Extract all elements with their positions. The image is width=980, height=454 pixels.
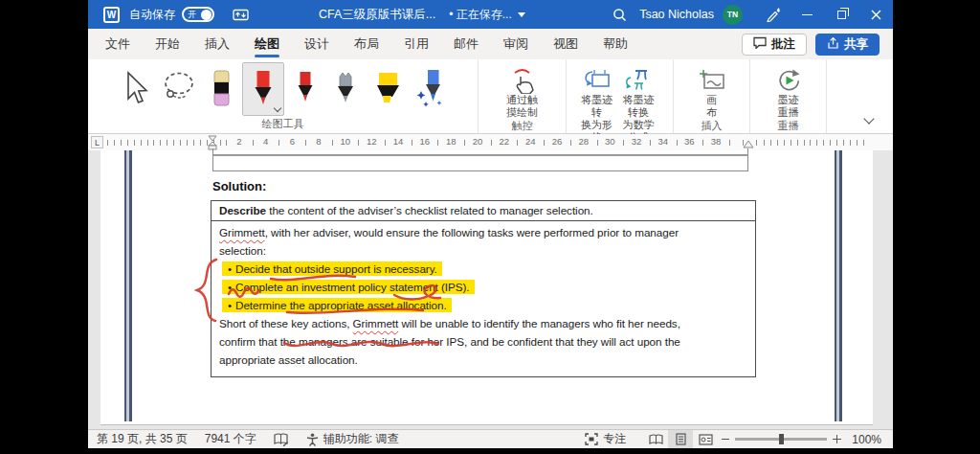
closing1-post: will be unable to identify the managers … — [398, 317, 680, 329]
bullet1-text: Decide that outside support is necessary… — [235, 262, 437, 275]
bullet-dot: • — [224, 278, 235, 296]
drawing-canvas-button[interactable]: 画 布 — [690, 61, 734, 119]
save-icon[interactable] — [233, 8, 249, 22]
solution-table: Describe the content of the adviser’s ch… — [211, 200, 756, 377]
search-icon[interactable] — [612, 8, 627, 22]
autosave-toggle[interactable]: 开 — [182, 7, 214, 22]
toggle-knob — [201, 10, 212, 20]
ink-pen-icon[interactable] — [765, 7, 781, 22]
share-icon — [827, 37, 839, 52]
web-layout-button[interactable] — [693, 430, 718, 448]
highlighter-tool[interactable] — [367, 62, 409, 116]
print-layout-button[interactable] — [668, 430, 693, 448]
tab-stop-selector[interactable]: L — [91, 136, 103, 148]
page-info[interactable]: 第 19 页, 共 35 页 — [97, 431, 188, 447]
intro-rest: , with her adviser, would ensure the fol… — [265, 226, 679, 238]
red-pen-tool-2[interactable] — [286, 62, 324, 116]
tab-design[interactable]: 设计 — [302, 29, 331, 59]
proofing-icon[interactable] — [274, 433, 289, 446]
table-row-answer: Grimmett, with her adviser, would ensure… — [212, 221, 755, 369]
ruler-number: 22 — [496, 136, 512, 147]
collapse-ribbon-chevron-icon[interactable] — [865, 115, 874, 124]
accessibility-status[interactable]: 辅助功能: 调查 — [306, 431, 399, 447]
question-rest: the content of the adviser’s checklist r… — [266, 204, 593, 216]
canvas-icon — [698, 67, 726, 94]
bullet-item-3: •Determine the appropriate asset allocat… — [219, 296, 747, 314]
zoom-in-button[interactable] — [829, 430, 844, 448]
comment-icon — [753, 36, 767, 52]
read-mode-button[interactable] — [643, 430, 668, 448]
print-layout-icon — [675, 433, 687, 445]
tab-review[interactable]: 审阅 — [501, 29, 530, 59]
ruler-number: 14 — [390, 136, 407, 147]
tab-home[interactable]: 开始 — [153, 29, 182, 59]
zoom-out-button[interactable] — [718, 430, 733, 448]
draw-with-touch-button[interactable]: 通过触 摸绘制 — [499, 61, 546, 119]
ruler-number: 36 — [681, 136, 698, 147]
lasso-icon — [160, 69, 198, 109]
effect-pen-tool[interactable] — [411, 62, 453, 116]
restore-button[interactable] — [824, 0, 858, 29]
ruler-number: 10 — [337, 136, 353, 147]
ink-to-math-button[interactable]: 将墨迹转换 为数学公式 — [615, 61, 667, 144]
replay-group-label: 重播 — [750, 119, 826, 133]
ruler-number: 30 — [602, 136, 618, 147]
ruler-number: 38 — [708, 136, 724, 147]
word-app-icon[interactable]: W — [103, 7, 120, 23]
minimize-button[interactable] — [790, 0, 824, 29]
question-bold: Describe — [219, 204, 266, 216]
bullet-dot: • — [224, 296, 235, 314]
autosave-label: 自动保存 — [129, 7, 175, 23]
avatar[interactable]: TN — [723, 5, 743, 25]
highlighted-text: •Determine the appropriate asset allocat… — [222, 298, 452, 312]
tab-mailings[interactable]: 邮件 — [452, 29, 480, 59]
focus-label: 专注 — [603, 431, 626, 447]
touch-group-label: 触控 — [479, 119, 566, 133]
replay-label-line1: 墨迹 — [778, 94, 799, 106]
ruler-number: 2 — [234, 136, 244, 147]
tab-insert[interactable]: 插入 — [203, 29, 232, 59]
document-title-group[interactable]: CFA三级原版书课后... • 正在保存... — [319, 7, 525, 23]
tab-help[interactable]: 帮助 — [601, 29, 630, 59]
insert-group-label: 插入 — [674, 119, 749, 133]
tab-file[interactable]: 文件 — [103, 29, 132, 59]
pencil-tool[interactable] — [326, 62, 365, 116]
window-controls — [790, 0, 893, 29]
select-tool[interactable] — [114, 62, 156, 116]
highlighted-text: •Decide that outside support is necessar… — [222, 261, 442, 276]
ink-to-shape-button[interactable]: 将墨迹转 换为形状 — [572, 61, 615, 144]
comments-button[interactable]: 批注 — [742, 34, 807, 56]
ink-replay-button[interactable]: 墨迹 重播 — [767, 61, 811, 119]
eraser-tool[interactable] — [202, 62, 240, 116]
tab-draw[interactable]: 绘图 — [253, 29, 281, 59]
zoom-slider[interactable] — [735, 438, 827, 441]
zoom-level[interactable]: 100% — [852, 433, 881, 446]
share-label: 共享 — [844, 36, 868, 53]
math-label-line1: 将墨迹转换 — [617, 94, 659, 119]
convert-group: 将墨迹转 换为形状 将墨迹转换 为数学公式 — [567, 59, 674, 133]
bullet-item-1: •Decide that outside support is necessar… — [219, 260, 747, 278]
replay-label-line2: 重播 — [778, 106, 799, 119]
user-name[interactable]: Tsao Nicholas — [639, 8, 714, 21]
document-area[interactable]: Solution: Describe the content of the ad… — [88, 150, 893, 429]
red-pen-tool-selected[interactable] — [242, 62, 284, 116]
word-count[interactable]: 7941 个字 — [205, 431, 256, 447]
drawing-tools-group-label: 绘图工具 — [88, 117, 478, 133]
chevron-down-icon[interactable] — [518, 12, 525, 17]
lasso-select-tool[interactable] — [158, 62, 200, 116]
tab-view[interactable]: 视图 — [551, 29, 580, 59]
zoom-slider-thumb[interactable] — [779, 434, 784, 444]
pen-options-chevron-icon[interactable] — [275, 105, 280, 111]
drawing-tools-group: 绘图工具 — [88, 59, 479, 133]
ruler-number: 18 — [443, 136, 459, 147]
focus-mode-button[interactable]: 专注 — [585, 431, 626, 447]
ruler-number: 26 — [549, 136, 566, 147]
close-button[interactable] — [858, 0, 893, 29]
tab-layout[interactable]: 布局 — [352, 29, 381, 59]
touch-draw-icon — [508, 67, 537, 94]
ruler-number: 8 — [313, 136, 323, 147]
bullet2-text: Complete an investment policy statement … — [235, 281, 470, 293]
tab-references[interactable]: 引用 — [402, 29, 431, 59]
ribbon-tab-row: 文件 开始 插入 绘图 设计 布局 引用 邮件 审阅 视图 帮助 批注 — [88, 29, 893, 59]
share-button[interactable]: 共享 — [815, 34, 880, 56]
